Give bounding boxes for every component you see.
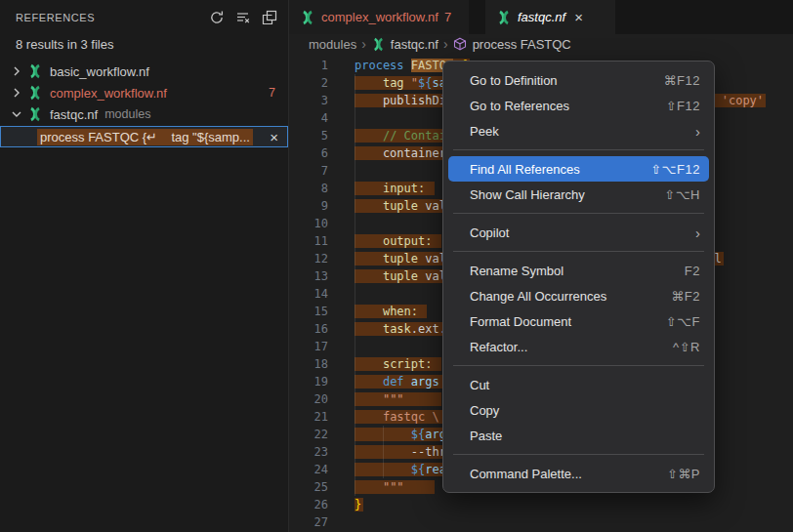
menu-item-cut[interactable]: Cut xyxy=(448,372,709,397)
menu-separator xyxy=(453,454,704,455)
file-name: basic_workflow.nf xyxy=(50,64,149,79)
menu-item-label: Command Palette... xyxy=(470,467,667,481)
code-token xyxy=(432,357,438,371)
menu-item-show-call-hierarchy[interactable]: Show Call Hierarchy⇧⌥H xyxy=(448,182,709,207)
line-number: 27 xyxy=(289,513,328,531)
code-token: input: xyxy=(383,182,425,195)
nextflow-file-icon xyxy=(496,10,512,25)
line-content: input: xyxy=(355,180,435,197)
menu-item-refactor[interactable]: Refactor...^⇧R xyxy=(448,334,709,359)
code-token xyxy=(355,463,411,476)
menu-separator xyxy=(453,213,704,214)
code-token xyxy=(355,375,383,389)
menu-item-copilot[interactable]: Copilot› xyxy=(448,220,709,245)
tree-item-complex-workflow-nf[interactable]: complex_workflow.nf7 xyxy=(0,82,288,103)
code-token xyxy=(355,357,383,371)
menu-item-change-all-occurrences[interactable]: Change All Occurrences⌘F2 xyxy=(448,283,709,308)
menu-item-label: Peek xyxy=(470,124,695,139)
menu-item-paste[interactable]: Paste xyxy=(448,423,709,448)
tree-item-basic-workflow-nf[interactable]: basic_workflow.nf xyxy=(0,61,288,82)
menu-item-format-document[interactable]: Format Document⇧⌥F xyxy=(448,308,709,334)
dismiss-result-icon[interactable]: × xyxy=(270,130,278,144)
code-token: tuple xyxy=(383,269,418,283)
breadcrumb-symbol[interactable]: process FASTQC xyxy=(473,37,571,52)
close-tab-icon[interactable]: × xyxy=(574,10,583,24)
symbol-module-icon xyxy=(453,37,468,52)
reference-result-selected[interactable]: process FASTQC {↵ tag "${samp... × xyxy=(0,126,288,147)
line-number: 13 xyxy=(289,267,328,285)
code-token xyxy=(355,76,383,90)
chevron-right-icon[interactable] xyxy=(9,63,24,79)
line-number: 18 xyxy=(289,355,328,373)
tab-label: fastqc.nf xyxy=(518,10,565,24)
code-token xyxy=(355,269,383,283)
code-token xyxy=(355,305,383,318)
chevron-right-icon: › xyxy=(361,36,366,52)
references-sidebar: REFERENCES 8 results in 3 files basic_wo… xyxy=(0,0,289,532)
code-token: tuple xyxy=(383,199,418,213)
menu-item-label: Format Document xyxy=(470,314,666,329)
code-token: ${ xyxy=(411,428,425,441)
tab-badge: 7 xyxy=(444,10,451,24)
breadcrumb-file[interactable]: fastqc.nf xyxy=(391,37,438,52)
line-number: 24 xyxy=(289,461,328,478)
breadcrumb-modules[interactable]: modules xyxy=(309,37,356,52)
reference-highlight: input: xyxy=(355,182,435,195)
code-line[interactable]: 26} xyxy=(289,496,793,513)
clear-results-icon[interactable] xyxy=(234,9,252,26)
nextflow-file-icon xyxy=(27,85,43,101)
code-token: " xyxy=(411,76,418,90)
code-token: when: xyxy=(383,305,418,318)
code-token: args xyxy=(411,375,439,389)
reference-highlight: """ xyxy=(355,480,435,494)
vscode-window: REFERENCES 8 results in 3 files basic_wo… xyxy=(0,0,793,532)
reference-match-text: process FASTQC {↵ tag "${samp... xyxy=(37,129,253,145)
tree-item-fastqc-nf[interactable]: fastqc.nfmodules xyxy=(0,103,288,125)
reference-count-badge: 7 xyxy=(269,86,275,100)
menu-item-label: Find All References xyxy=(470,162,650,177)
line-number: 15 xyxy=(289,303,328,320)
code-token xyxy=(404,480,433,494)
line-number: 8 xyxy=(289,180,328,197)
menu-item-shortcut: ⇧⌥F xyxy=(666,314,700,329)
menu-item-copy[interactable]: Copy xyxy=(448,397,709,423)
nextflow-file-icon xyxy=(300,10,315,25)
menu-item-go-to-references[interactable]: Go to References⇧F12 xyxy=(448,93,709,118)
menu-item-shortcut: ^⇧R xyxy=(673,340,700,354)
menu-item-label: Rename Symbol xyxy=(470,264,685,278)
chevron-down-icon[interactable] xyxy=(9,106,24,122)
menu-separator xyxy=(453,365,704,366)
code-token xyxy=(425,182,432,195)
collapse-all-icon[interactable] xyxy=(261,9,278,26)
reference-highlight: script: xyxy=(355,357,441,371)
line-content: output: xyxy=(355,232,441,250)
submenu-chevron-icon: › xyxy=(695,225,700,241)
code-token: """ xyxy=(383,392,404,406)
line-number: 22 xyxy=(289,426,328,443)
code-token xyxy=(355,234,383,248)
code-token xyxy=(355,182,383,195)
line-number: 17 xyxy=(289,338,328,355)
menu-item-find-all-references[interactable]: Find All References⇧⌥F12 xyxy=(448,156,709,182)
refresh-icon[interactable] xyxy=(208,9,226,26)
menu-separator xyxy=(453,149,704,150)
code-token: script: xyxy=(383,357,433,371)
menu-item-peek[interactable]: Peek› xyxy=(448,118,709,143)
code-token xyxy=(355,392,383,406)
reference-highlight: output: xyxy=(355,234,441,248)
sidebar-actions xyxy=(208,9,278,26)
line-number: 11 xyxy=(289,232,328,250)
code-token xyxy=(355,410,383,424)
menu-item-rename-symbol[interactable]: Rename SymbolF2 xyxy=(448,258,709,283)
menu-item-go-to-definition[interactable]: Go to Definition⌘F12 xyxy=(448,67,709,93)
menu-item-command-palette[interactable]: Command Palette...⇧⌘P xyxy=(448,461,709,486)
line-number: 4 xyxy=(289,109,328,127)
tab-fastqc[interactable]: fastqc.nf × xyxy=(485,0,615,34)
code-token xyxy=(355,199,383,213)
tab-label: complex_workflow.nf xyxy=(321,10,438,24)
line-number: 5 xyxy=(289,127,328,144)
chevron-right-icon[interactable] xyxy=(9,85,24,101)
tab-complex-workflow[interactable]: complex_workflow.nf 7 xyxy=(289,0,469,34)
code-line[interactable]: 27 xyxy=(289,513,793,531)
code-token: } xyxy=(355,498,361,512)
